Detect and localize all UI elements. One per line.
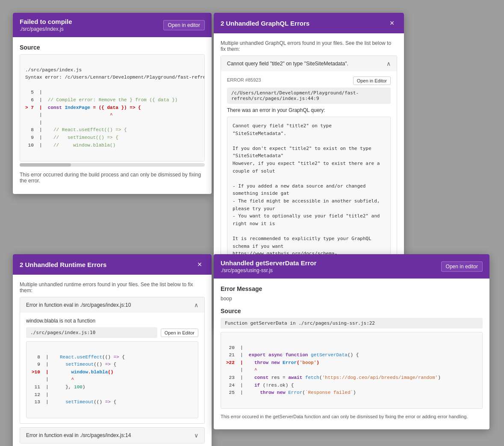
graphql-error-detail: Cannot query field "title2" on type "Sit… — [227, 117, 391, 270]
serverdata-error-panel: Unhandled getServerData Error ./src/page… — [214, 254, 489, 429]
compile-file-path: ./src/pages/index.js Syntax error: /c/Us… — [25, 67, 205, 80]
compile-error-body: Source ./src/pages/index.js Syntax error… — [13, 37, 212, 194]
compile-source-label: Source — [20, 44, 205, 51]
serverdata-error-header: Unhandled getServerData Error ./src/page… — [214, 254, 489, 279]
serverdata-error-value: boop — [221, 296, 483, 302]
graphql-accordion-1-chevron: ∧ — [386, 60, 391, 67]
runtime-open-editor-button[interactable]: Open in Editor — [161, 329, 198, 337]
graphql-file-path: /c/Users/Lennart/Development/Playground/… — [227, 88, 391, 104]
runtime-error-header: 2 Unhandled Runtime Errors × — [13, 254, 212, 275]
runtime-error-title: 2 Unhandled Runtime Errors — [20, 261, 106, 268]
serverdata-source-code: 20 | 21 | export async function getServe… — [221, 332, 483, 409]
graphql-accordion-1-label: Cannot query field "title2" on type "Sit… — [227, 61, 348, 67]
runtime-accordion-1-chevron: ∧ — [194, 302, 198, 308]
runtime-accordion-1: Error in function eval in ./src/pages/in… — [20, 297, 205, 424]
compile-open-editor-button[interactable]: Open in editor — [163, 20, 205, 30]
graphql-accordion-1-header[interactable]: Cannot query field "title2" on type "Sit… — [221, 56, 397, 71]
runtime-error-panel: 2 Unhandled Runtime Errors × Multiple un… — [13, 254, 212, 446]
compile-scroll-thumb[interactable] — [20, 163, 71, 167]
runtime-accordion-1-header[interactable]: Error in function eval in ./src/pages/in… — [20, 297, 204, 313]
graphql-intro-text: Multiple unhandled GraphQL errors found … — [221, 40, 397, 52]
serverdata-error-subtitle: ./src/pages/using-ssr.js — [221, 267, 316, 273]
serverdata-source-file-ref: Function getServerData in ./src/pages/us… — [221, 318, 483, 329]
compile-footer-note: This error occurred during the build pro… — [20, 172, 205, 184]
compile-error-panel: Failed to compile ./src/pages/index.js O… — [13, 13, 212, 194]
compile-source-code: ./src/pages/index.js Syntax error: /c/Us… — [20, 54, 205, 161]
serverdata-error-title: Unhandled getServerData Error — [221, 259, 316, 267]
compile-error-header: Failed to compile ./src/pages/index.js O… — [13, 13, 212, 37]
serverdata-source-label: Source — [221, 308, 483, 314]
graphql-error-intro: There was an error in your GraphQL query… — [227, 107, 391, 113]
runtime-error-body: Multiple unhandled runtime errors found … — [13, 275, 212, 446]
runtime-accordion-1-body: window.blabla is not a function ./src/pa… — [20, 313, 204, 423]
compile-error-title: Failed to compile — [20, 18, 72, 25]
runtime-accordion-2: Error in function eval in ./src/pages/in… — [20, 427, 205, 443]
serverdata-error-body: Error Message boop Source Function getSe… — [214, 279, 489, 429]
compile-error-subtitle: ./src/pages/index.js — [20, 26, 72, 32]
serverdata-error-msg-label: Error Message — [221, 285, 483, 292]
graphql-open-editor-button[interactable]: Open in Editor — [353, 76, 391, 85]
runtime-accordion-2-chevron: ∨ — [194, 432, 198, 439]
graphql-error-title: 2 Unhandled GraphQL Errors — [221, 20, 309, 27]
graphql-error-num: ERROR #85923 — [227, 77, 261, 82]
runtime-file-ref: ./src/pages/index.js:10 — [26, 327, 157, 338]
serverdata-footer-note: This error occured in the getServerData … — [221, 414, 483, 419]
runtime-accordion-1-label: Error in function eval in ./src/pages/in… — [26, 302, 131, 308]
runtime-source-code: 8 | React.useEffect(() => { 9 | setTimeo… — [26, 341, 198, 418]
graphql-error-header: 2 Unhandled GraphQL Errors × — [214, 13, 404, 33]
runtime-accordion-2-label: Error in function eval in ./src/pages/in… — [26, 432, 131, 438]
runtime-intro-text: Multiple unhandled runtime errors found … — [20, 282, 205, 293]
runtime-close-button[interactable]: × — [195, 259, 205, 270]
runtime-accordion-2-header[interactable]: Error in function eval in ./src/pages/in… — [20, 428, 204, 443]
serverdata-open-editor-button[interactable]: Open in editor — [441, 261, 483, 272]
runtime-error-message: window.blabla is not a function — [26, 318, 198, 324]
graphql-close-button[interactable]: × — [387, 18, 397, 28]
compile-scroll-track[interactable] — [20, 163, 205, 167]
